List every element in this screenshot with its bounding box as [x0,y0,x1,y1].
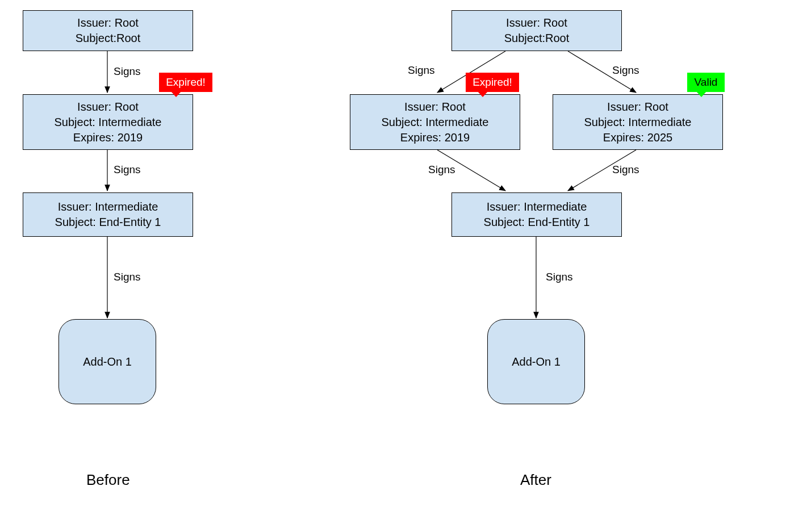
expired-badge: Expired! [466,73,519,92]
after-intermediate-valid: Issuer: Root Subject: Intermediate Expir… [553,94,723,150]
signs-label: Signs [612,164,639,176]
cert-line: Subject: Intermediate [55,115,162,130]
cert-line: Issuer: Root [607,99,668,115]
cert-line: Issuer: Root [506,15,567,31]
cert-line: Issuer: Root [77,99,139,115]
before-root-cert: Issuer: Root Subject:Root [23,10,193,51]
before-addon: Add-On 1 [58,319,156,404]
after-caption: After [520,471,551,489]
addon-label: Add-On 1 [83,355,132,368]
cert-line: Issuer: Root [77,15,139,31]
cert-line: Issuer: Intermediate [58,199,158,215]
expired-badge-tail [171,91,181,97]
before-endentity-cert: Issuer: Intermediate Subject: End-Entity… [23,192,193,237]
after-root-cert: Issuer: Root Subject:Root [451,10,622,51]
signs-label: Signs [546,271,573,283]
signs-label: Signs [408,64,435,77]
after-intermediate-expired: Issuer: Root Subject: Intermediate Expir… [350,94,520,150]
addon-label: Add-On 1 [512,355,561,368]
cert-line: Subject:Root [76,31,141,46]
signs-label: Signs [114,164,141,176]
cert-line: Expires: 2019 [400,130,470,145]
expired-badge-tail [478,91,488,97]
valid-badge: Valid [687,73,725,92]
cert-line: Expires: 2019 [73,130,143,145]
cert-line: Issuer: Intermediate [487,199,587,215]
signs-label: Signs [114,65,141,78]
signs-label: Signs [428,164,455,176]
cert-line: Expires: 2025 [603,130,672,145]
expired-badge: Expired! [159,73,212,92]
after-addon: Add-On 1 [487,319,585,404]
signs-label: Signs [114,271,141,283]
cert-line: Subject: Intermediate [382,115,489,130]
before-intermediate-cert: Issuer: Root Subject: Intermediate Expir… [23,94,193,150]
after-endentity-cert: Issuer: Intermediate Subject: End-Entity… [451,192,622,237]
cert-line: Issuer: Root [404,99,466,115]
signs-label: Signs [612,64,639,77]
cert-line: Subject:Root [504,31,570,46]
cert-line: Subject: Intermediate [584,115,692,130]
arrows-layer [0,0,786,532]
cert-line: Subject: End-Entity 1 [55,215,161,230]
cert-line: Subject: End-Entity 1 [484,215,590,230]
valid-badge-tail [696,91,706,97]
before-caption: Before [86,471,130,489]
